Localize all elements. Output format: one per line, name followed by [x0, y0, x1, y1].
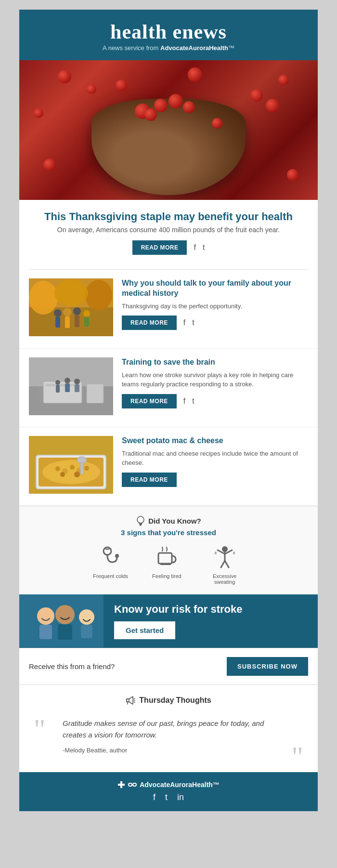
link-icon	[128, 782, 137, 788]
cranberry-decoration	[43, 158, 56, 171]
svg-point-23	[55, 380, 60, 385]
svg-point-28	[42, 460, 100, 484]
article-row-family-history: Why you should talk to your family about…	[19, 270, 318, 349]
hero-text-section: This Thanksgiving staple may benefit you…	[19, 200, 318, 269]
svg-rect-20	[65, 383, 70, 392]
svg-point-52	[215, 552, 217, 554]
dyk-item-tired: Feeling tired	[152, 545, 181, 585]
cranberry-decoration	[250, 89, 263, 102]
family-read-more-button[interactable]: READ MORE	[122, 316, 177, 330]
article-desc-family: Thanksgiving day is the perfect opportun…	[122, 302, 308, 311]
dyk-label-tired: Feeling tired	[152, 573, 181, 579]
email-wrapper: health enews A news service from Advocat…	[19, 10, 318, 811]
article-image-family	[29, 278, 113, 336]
hero-read-more-button[interactable]: READ MORE	[132, 240, 187, 255]
svg-rect-17	[39, 386, 42, 403]
svg-rect-45	[160, 564, 171, 565]
svg-rect-58	[58, 624, 72, 640]
mac-read-more-button[interactable]: READ MORE	[122, 473, 177, 487]
cranberry-decoration	[212, 118, 222, 129]
footer-facebook-icon[interactable]: f	[153, 792, 156, 802]
svg-line-50	[221, 561, 225, 567]
svg-rect-69	[129, 783, 132, 786]
article-content-mac: Sweet potato mac & cheese Traditional ma…	[122, 436, 308, 497]
footer-twitter-icon[interactable]: t	[165, 792, 168, 802]
article-title-mac: Sweet potato mac & cheese	[122, 436, 308, 446]
hero-image	[19, 60, 318, 200]
mac-btn-row: READ MORE	[122, 473, 308, 487]
quote-block: " Gratitude makes sense of our past, bri…	[34, 713, 303, 763]
cranberry-decoration	[168, 94, 183, 108]
cross-icon	[117, 781, 125, 789]
article-content-brain: Training to save the brain Learn how one…	[122, 357, 308, 418]
svg-point-19	[65, 378, 70, 383]
svg-rect-44	[158, 553, 172, 564]
svg-point-38	[137, 516, 144, 523]
svg-rect-22	[75, 384, 79, 392]
article-image-brain	[29, 357, 113, 415]
svg-rect-6	[55, 317, 60, 328]
footer-brand: AdvocateAuroraHealth™	[140, 781, 220, 789]
svg-rect-8	[65, 316, 70, 328]
did-you-know-section: Did You Know? 3 signs that you're stress…	[19, 506, 318, 594]
article-row-brain: Training to save the brain Learn how one…	[19, 349, 318, 427]
svg-line-64	[134, 698, 135, 699]
article-title-brain: Training to save the brain	[122, 357, 308, 368]
quote-text: Gratitude makes sense of our past, bring…	[48, 713, 289, 741]
subscribe-row: Receive this from a friend? SUBSCRIBE NO…	[19, 648, 318, 685]
svg-line-66	[134, 702, 135, 702]
svg-point-34	[60, 472, 65, 477]
cranberry-decoration	[144, 108, 157, 121]
subscribe-button[interactable]: SUBSCRIBE NOW	[227, 657, 308, 676]
svg-point-31	[70, 465, 75, 470]
family-twitter-icon[interactable]: t	[192, 318, 194, 327]
cranberry-decoration	[58, 70, 71, 83]
dyk-item-sweating: Excessive sweating	[206, 545, 244, 585]
stethoscope-icon	[99, 545, 123, 569]
family-btn-row: READ MORE f t	[122, 316, 308, 330]
stroke-banner: Know your risk for stroke Get started	[19, 594, 318, 648]
footer-linkedin-icon[interactable]: in	[177, 792, 184, 802]
thursday-thoughts-title: Thursday Thoughts	[139, 696, 211, 705]
family-facebook-icon[interactable]: f	[183, 318, 185, 327]
cranberry-decoration	[266, 99, 279, 112]
dyk-label-sweating: Excessive sweating	[206, 573, 244, 585]
svg-rect-37	[80, 462, 83, 474]
mac-illustration	[29, 436, 113, 494]
family-illustration	[29, 278, 113, 336]
stroke-people-illustration	[19, 594, 104, 647]
hero-facebook-icon[interactable]: f	[194, 243, 195, 252]
svg-rect-70	[133, 783, 136, 786]
article-title-family: Why you should talk to your family about…	[122, 278, 308, 299]
brain-facebook-icon[interactable]: f	[183, 397, 185, 406]
quote-open: "	[34, 718, 46, 741]
get-started-button[interactable]: Get started	[114, 621, 175, 639]
cranberry-decoration	[287, 169, 298, 181]
svg-point-5	[54, 309, 62, 317]
stroke-banner-image	[19, 594, 104, 647]
svg-rect-62	[127, 699, 129, 702]
svg-point-2	[29, 281, 58, 315]
svg-point-29	[55, 466, 60, 471]
footer: AdvocateAuroraHealth™ f t in	[19, 772, 318, 811]
dyk-item-colds: Frequent colds	[93, 545, 128, 585]
thursday-thoughts-header: Thursday Thoughts	[34, 696, 303, 705]
hero-headline: This Thanksgiving staple may benefit you…	[39, 210, 298, 223]
svg-point-35	[74, 472, 80, 477]
hero-description: On average, Americans consume 400 millio…	[39, 226, 298, 234]
svg-point-57	[55, 605, 75, 624]
cranberry-decoration	[87, 84, 96, 94]
header-title: health enews	[29, 20, 308, 43]
cranberry-decoration	[116, 79, 127, 91]
svg-point-9	[73, 307, 81, 315]
lightbulb-icon	[136, 516, 145, 526]
brain-read-more-button[interactable]: READ MORE	[122, 394, 177, 408]
coffee-icon	[155, 545, 179, 569]
svg-rect-40	[140, 525, 142, 526]
hero-twitter-icon[interactable]: t	[203, 243, 205, 252]
article-content-family: Why you should talk to your family about…	[122, 278, 308, 340]
svg-point-42	[115, 554, 119, 558]
svg-rect-16	[46, 384, 79, 386]
svg-point-7	[63, 308, 72, 316]
brain-twitter-icon[interactable]: t	[192, 397, 194, 406]
